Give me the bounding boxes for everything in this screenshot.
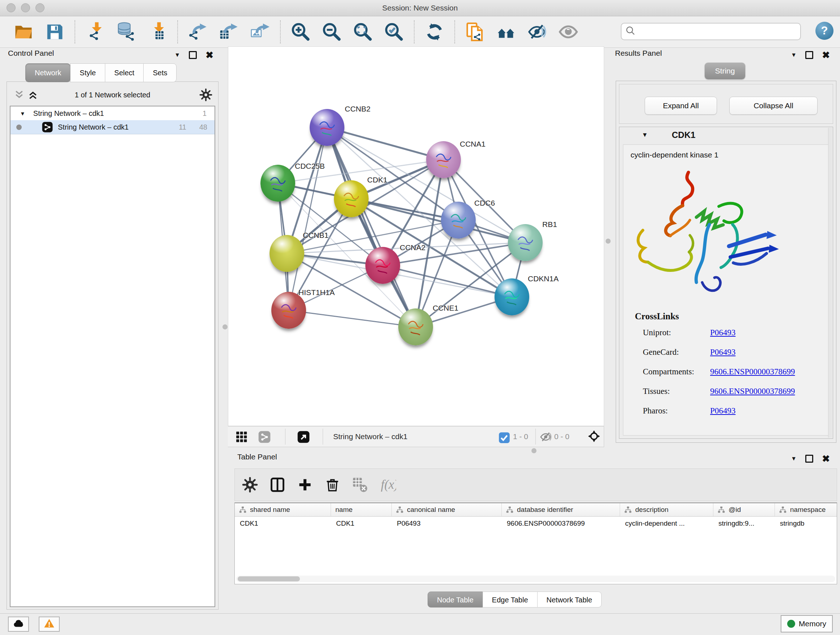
network-options-gear-icon[interactable] [199, 88, 212, 101]
column-header--id[interactable]: @id [714, 503, 775, 516]
column-header-description[interactable]: description [620, 503, 714, 516]
detach-view-icon[interactable] [297, 431, 309, 443]
scrollbar-thumb[interactable] [238, 576, 300, 581]
grid-view-icon[interactable] [235, 431, 248, 443]
network-node-rb1[interactable] [508, 224, 543, 261]
column-header-namespace[interactable]: namespace [775, 503, 837, 516]
hide-unhide-icon[interactable] [527, 21, 548, 42]
network-edge-count: 48 [199, 123, 207, 131]
tab-style[interactable]: Style [70, 63, 105, 82]
show-hide-disabled-icon[interactable] [558, 21, 579, 42]
network-view-icon[interactable] [258, 431, 271, 443]
close-window-button[interactable] [6, 3, 16, 12]
zoom-selected-icon[interactable] [384, 21, 404, 42]
network-row-selected[interactable]: String Network – cdk1 11 48 [11, 120, 215, 134]
network-collection-row[interactable]: ▼ String Network – cdk1 1 [11, 106, 215, 120]
help-button[interactable]: ? [815, 22, 834, 40]
import-database-icon[interactable] [116, 21, 137, 42]
warnings-button[interactable] [39, 616, 60, 632]
close-panel-icon[interactable]: ✖ [822, 454, 830, 463]
save-icon[interactable] [44, 21, 65, 42]
network-node-cdk1[interactable] [334, 180, 369, 217]
tab-string[interactable]: String [705, 63, 745, 79]
crosslink-value-link[interactable]: P06493 [710, 328, 736, 337]
gene-details: cyclin-dependent kinase 1 [623, 144, 829, 435]
tab-network-table[interactable]: Network Table [537, 592, 602, 608]
memory-label: Memory [799, 619, 826, 628]
crosslink-value-link[interactable]: 9606.ENSP00000378699 [710, 386, 795, 396]
zoom-in-icon[interactable] [290, 21, 311, 42]
export-image-icon[interactable] [249, 21, 271, 42]
network-node-ccne1[interactable] [398, 309, 433, 345]
close-panel-icon[interactable]: ✖ [205, 50, 213, 60]
table-horizontal-scrollbar[interactable] [236, 576, 835, 582]
panel-menu-icon[interactable]: ▼ [791, 456, 797, 462]
tab-select[interactable]: Select [105, 63, 144, 82]
selected-checkbox-icon[interactable] [498, 432, 509, 442]
duplicate-network-icon[interactable] [464, 21, 485, 42]
table-body: CDK1CDK1P064939606.ENSP00000378699cyclin… [235, 516, 837, 530]
hidden-counts: 0 - 0 [554, 426, 569, 447]
crosslink-value-link[interactable]: P06493 [710, 406, 736, 416]
expand-all-button[interactable]: Expand All [645, 97, 717, 115]
export-network-icon[interactable] [187, 21, 208, 42]
zoom-fit-icon[interactable] [352, 21, 373, 42]
hidden-eye-icon[interactable] [540, 431, 552, 443]
close-panel-icon[interactable]: ✖ [822, 50, 830, 60]
network-node-cdc6[interactable] [441, 202, 476, 239]
gene-collapse-icon[interactable]: ▼ [642, 131, 648, 139]
left-splitter-handle[interactable] [223, 325, 227, 329]
network-node-ccna2[interactable] [365, 247, 400, 284]
float-panel-icon[interactable] [805, 51, 813, 59]
show-columns-icon[interactable] [270, 477, 286, 493]
column-header-shared-name[interactable]: shared name [235, 503, 331, 516]
panel-menu-icon[interactable]: ▼ [174, 52, 180, 58]
results-scrollbar[interactable] [828, 128, 832, 438]
table-options-gear-icon[interactable] [242, 477, 258, 493]
network-node-ccnb2[interactable] [309, 109, 344, 146]
open-folder-icon[interactable] [13, 21, 34, 42]
network-node-ccnb1[interactable] [270, 235, 304, 272]
crosslink-value-link[interactable]: P06493 [710, 348, 736, 357]
tab-node-table[interactable]: Node Table [428, 592, 483, 608]
collapse-all-button[interactable]: Collapse All [729, 97, 818, 115]
search-box[interactable] [621, 23, 801, 40]
zoom-out-icon[interactable] [321, 21, 342, 42]
column-header-canonical-name[interactable]: canonical name [392, 503, 502, 516]
network-node-ccna1[interactable] [426, 141, 461, 178]
add-column-icon[interactable] [297, 477, 313, 493]
table-cell: CDK1 [235, 516, 331, 530]
delete-column-icon[interactable] [325, 477, 340, 493]
right-splitter-handle[interactable] [606, 239, 611, 244]
collection-expand-icon[interactable]: ▼ [20, 111, 25, 117]
network-node-hist1h1a[interactable] [271, 292, 306, 329]
tab-edge-table[interactable]: Edge Table [483, 592, 538, 608]
float-panel-icon[interactable] [189, 51, 197, 59]
network-node-cdkn1a[interactable] [494, 279, 529, 315]
table-row[interactable]: CDK1CDK1P064939606.ENSP00000378699cyclin… [235, 516, 837, 530]
float-panel-icon[interactable] [805, 455, 813, 463]
birdseye-icon[interactable] [588, 430, 602, 444]
crosslink-value-link[interactable]: 9606.ENSP00000378699 [710, 367, 795, 377]
maximize-window-button[interactable] [35, 3, 44, 12]
homes-icon[interactable] [496, 21, 516, 42]
column-header-database-identifier[interactable]: database identifier [502, 503, 620, 516]
network-node-cdc25b[interactable] [261, 165, 295, 202]
tab-sets[interactable]: Sets [143, 63, 177, 82]
network-edge[interactable] [289, 310, 416, 327]
export-table-icon[interactable] [218, 21, 240, 42]
network-canvas[interactable]: CCNB2CCNA1CDC25BCDK1CDC6RB1CCNB1CCNA2CDK… [228, 46, 604, 426]
search-input[interactable] [636, 27, 800, 36]
cloud-button[interactable] [8, 616, 29, 632]
network-edge[interactable] [327, 127, 416, 327]
import-table-icon[interactable] [147, 21, 168, 42]
import-network-icon[interactable] [85, 21, 106, 42]
node-label-cdkn1a: CDKN1A [528, 274, 559, 283]
minimize-window-button[interactable] [21, 3, 30, 12]
network-edge[interactable] [289, 127, 327, 310]
tab-network[interactable]: Network [25, 63, 71, 82]
memory-button[interactable]: Memory [781, 615, 833, 632]
panel-menu-icon[interactable]: ▼ [791, 52, 797, 58]
refresh-icon[interactable] [424, 21, 445, 42]
column-header-name[interactable]: name [331, 503, 392, 516]
